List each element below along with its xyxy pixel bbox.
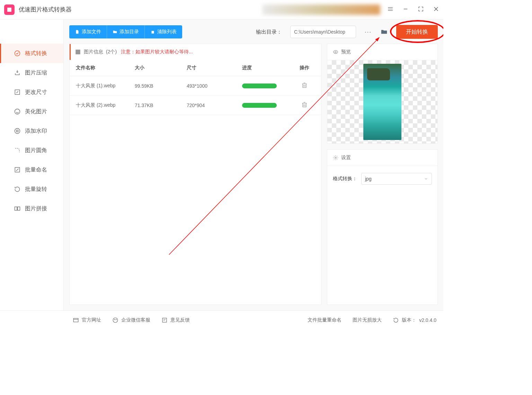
- settings-title: 设置: [341, 155, 351, 161]
- table-row: 十大风景 (1).webp 99.59KB 493*1000: [70, 76, 321, 96]
- titlebar: 优速图片格式转换器: [0, 0, 443, 19]
- sidebar-item-compress[interactable]: 图片压缩: [0, 63, 63, 82]
- svg-rect-7: [76, 50, 80, 54]
- open-folder-icon[interactable]: [380, 28, 388, 36]
- format-label: 格式转换：: [333, 176, 357, 182]
- table-row: 十大风景 (2).webp 71.37KB 720*904: [70, 96, 321, 115]
- progress-bar: [242, 103, 277, 108]
- svg-point-9: [335, 157, 336, 158]
- image-icon: [75, 49, 81, 55]
- delete-row-button[interactable]: [294, 101, 315, 109]
- file-list-panel: 图片信息 (2个) 注意：如果图片较大请耐心等待... 文件名称 大小 尺寸 进…: [69, 44, 321, 305]
- sidebar-item-label: 美化图片: [25, 108, 47, 115]
- sidebar-item-resize[interactable]: 更改尺寸: [0, 82, 63, 102]
- close-icon[interactable]: [433, 6, 439, 13]
- cell-size: 99.59KB: [135, 83, 187, 89]
- minimize-icon[interactable]: [402, 6, 409, 13]
- sidebar-item-label: 批量旋转: [25, 186, 47, 193]
- sidebar-item-beautify[interactable]: 美化图片: [0, 102, 63, 121]
- sidebar-item-label: 图片圆角: [25, 147, 47, 154]
- preview-image: [363, 64, 401, 140]
- sidebar-item-label: 添加水印: [25, 128, 47, 135]
- col-filename: 文件名称: [76, 65, 135, 71]
- app-logo: [4, 5, 15, 15]
- footer-link-feedback[interactable]: 意见反馈: [161, 317, 190, 323]
- sidebar-item-label: 更改尺寸: [25, 89, 47, 96]
- sidebar: 格式转换 图片压缩 更改尺寸 美化图片 添加水印 图片圆角 批量命名 批量旋转: [0, 19, 63, 310]
- svg-rect-10: [73, 318, 78, 322]
- col-dimension: 尺寸: [187, 65, 242, 71]
- footer-link-wechat-support[interactable]: 企业微信客服: [112, 317, 150, 323]
- sidebar-item-label: 格式转换: [25, 50, 47, 57]
- svg-rect-6: [18, 207, 20, 210]
- toolbar-button-group: 添加文件 添加目录 清除列表: [69, 25, 182, 38]
- cell-dimension: 493*1000: [187, 83, 242, 89]
- col-progress: 进度: [242, 65, 294, 71]
- preview-canvas: [327, 60, 437, 143]
- svg-point-11: [113, 318, 118, 323]
- sidebar-item-label: 图片拼接: [25, 205, 47, 212]
- settings-panel: 设置 格式转换： jpg: [327, 149, 438, 305]
- sidebar-item-stitch[interactable]: 图片拼接: [0, 199, 63, 218]
- clear-list-button[interactable]: 清除列表: [144, 25, 182, 38]
- chevron-down-icon: [424, 177, 428, 181]
- footer-link-official-site[interactable]: 官方网址: [73, 317, 101, 323]
- add-folder-label: 添加目录: [119, 29, 139, 35]
- file-count: (2个): [106, 49, 117, 55]
- output-dir-label: 输出目录：: [256, 29, 282, 35]
- sidebar-item-round-corner[interactable]: 图片圆角: [0, 141, 63, 160]
- cell-filename: 十大风景 (2).webp: [76, 102, 135, 108]
- svg-point-8: [335, 51, 336, 53]
- file-list-title: 图片信息: [84, 49, 103, 55]
- cell-size: 71.37KB: [135, 103, 187, 108]
- menu-icon[interactable]: [387, 6, 393, 13]
- add-folder-button[interactable]: 添加目录: [107, 25, 144, 38]
- sidebar-item-format-convert[interactable]: 格式转换: [0, 44, 63, 63]
- svg-point-13: [116, 319, 117, 320]
- gear-icon: [333, 155, 338, 160]
- svg-point-12: [114, 319, 115, 320]
- svg-rect-5: [15, 207, 17, 210]
- cell-dimension: 720*904: [187, 103, 242, 108]
- file-list-notice: 注意：如果图片较大请耐心等待...: [121, 49, 193, 55]
- svg-point-0: [15, 51, 20, 56]
- start-convert-button[interactable]: 开始转换: [396, 25, 438, 39]
- preview-title: 预览: [341, 49, 351, 55]
- progress-bar: [242, 84, 277, 88]
- add-file-button[interactable]: 添加文件: [69, 25, 107, 38]
- table-header: 文件名称 大小 尺寸 进度 操作: [70, 60, 321, 76]
- svg-rect-14: [162, 318, 167, 322]
- format-value: jpg: [365, 176, 372, 182]
- content-area: 添加文件 添加目录 清除列表 输出目录： ⋯ 开始转换: [63, 19, 443, 310]
- refresh-icon: [393, 317, 399, 323]
- format-select[interactable]: jpg: [361, 173, 432, 185]
- sidebar-item-label: 批量命名: [25, 166, 47, 174]
- account-area-blurred: [263, 5, 380, 15]
- sidebar-item-watermark[interactable]: 添加水印: [0, 121, 63, 141]
- output-dir-more-icon[interactable]: ⋯: [364, 28, 372, 36]
- svg-point-3: [15, 129, 20, 134]
- cell-filename: 十大风景 (1).webp: [76, 83, 135, 89]
- app-title: 优速图片格式转换器: [19, 6, 72, 14]
- col-action: 操作: [294, 65, 315, 71]
- footer-link-batch-rename[interactable]: 文件批量重命名: [308, 317, 342, 323]
- sidebar-item-batch-rotate[interactable]: 批量旋转: [0, 179, 63, 199]
- clear-list-label: 清除列表: [157, 29, 177, 35]
- footer: 官方网址 企业微信客服 意见反馈 文件批量重命名 图片无损放大 版本：v2.0.…: [0, 310, 443, 329]
- add-file-label: 添加文件: [82, 29, 101, 35]
- preview-panel: 预览: [327, 44, 438, 144]
- sidebar-item-batch-rename[interactable]: 批量命名: [0, 160, 63, 179]
- sidebar-item-label: 图片压缩: [25, 69, 47, 77]
- footer-version[interactable]: 版本：v2.0.4.0: [393, 317, 436, 323]
- col-size: 大小: [135, 65, 187, 71]
- delete-row-button[interactable]: [294, 82, 315, 90]
- output-dir-input[interactable]: [290, 26, 356, 38]
- svg-point-2: [15, 109, 20, 114]
- eye-icon: [333, 49, 338, 55]
- fullscreen-icon[interactable]: [418, 6, 424, 13]
- footer-link-lossless-enlarge[interactable]: 图片无损放大: [353, 317, 382, 323]
